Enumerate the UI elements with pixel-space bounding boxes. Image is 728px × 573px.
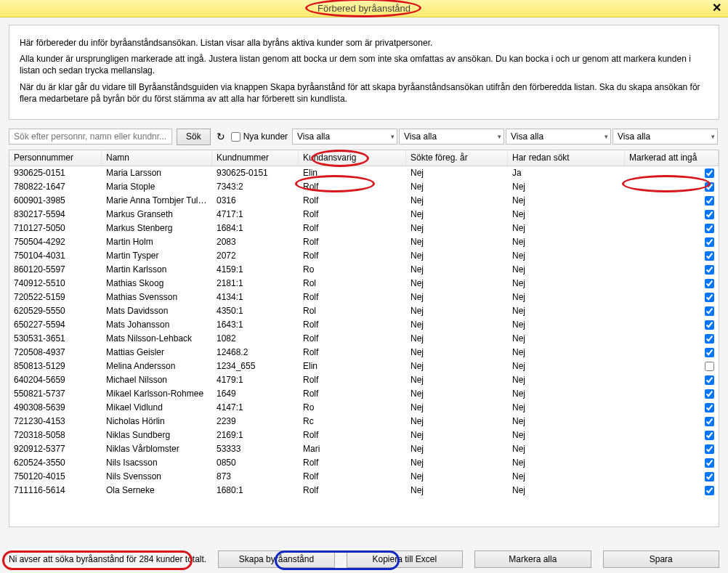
row-checkbox[interactable]	[705, 224, 714, 233]
table-row[interactable]: 920912-5377Niklas Vårblomster53333MariNe…	[9, 442, 719, 456]
cell-namn: Mikael Karlsson-Rohmee	[102, 387, 212, 401]
cell-personnummer: 750104-4031	[9, 249, 102, 263]
cell-personnummer: 850813-5129	[9, 359, 102, 373]
col-header-kundnummer[interactable]: Kundnummer	[212, 150, 299, 166]
filter-dropdown-4[interactable]: Visa alla ▾	[612, 129, 718, 145]
cell-namn: Mats Johansson	[102, 318, 212, 332]
row-checkbox[interactable]	[705, 210, 714, 219]
row-checkbox[interactable]	[705, 182, 714, 192]
new-customers-checkbox-input[interactable]	[231, 132, 240, 142]
row-checkbox[interactable]	[705, 458, 714, 468]
row-checkbox[interactable]	[705, 334, 714, 344]
cell-sokte: Nej	[406, 235, 508, 249]
table-row[interactable]: 620524-3550Nils Isacsson0850RolfNejNej	[9, 456, 719, 470]
grid-header: Personnummer Namn Kundnummer Kundansvari…	[9, 150, 719, 166]
col-header-kundansvarig[interactable]: Kundansvarig	[299, 150, 406, 166]
filter-dropdown-2[interactable]: Visa alla ▾	[399, 129, 504, 145]
table-row[interactable]: 550821-5737Mikael Karlsson-Rohmee1649Rol…	[9, 387, 719, 401]
row-checkbox[interactable]	[705, 375, 714, 385]
cell-sokte: Nej	[406, 332, 508, 346]
refresh-icon[interactable]: ↻	[215, 131, 227, 142]
cell-namn: Mikael Vidlund	[102, 401, 212, 415]
filter-dropdown-1[interactable]: Visa alla ▾	[292, 129, 397, 145]
table-row[interactable]: 650227-5594Mats Johansson1643:1RolfNejNe…	[9, 318, 719, 332]
row-checkbox[interactable]	[705, 403, 714, 413]
cell-har-redan: Nej	[508, 387, 625, 401]
table-row[interactable]: 711116-5614Ola Serneke1680:1RolfNejNej	[9, 484, 719, 497]
table-row[interactable]: 640204-5659Michael Nilsson4179:1RolfNejN…	[9, 373, 719, 387]
table-row[interactable]: 720318-5058Niklas Sundberg2169:1RolfNejN…	[9, 428, 719, 442]
cell-kundansvarig: Elin	[299, 166, 406, 180]
row-checkbox[interactable]	[705, 417, 714, 426]
cell-kundnummer: 2083	[212, 235, 299, 249]
row-checkbox[interactable]	[705, 431, 714, 440]
row-checkbox[interactable]	[705, 348, 714, 357]
select-all-button[interactable]: Markera alla	[474, 550, 591, 568]
grid-body[interactable]: 930625-0151Maria Larsson930625-0151ElinN…	[9, 166, 719, 527]
table-row[interactable]: 720508-4937Mattias Geisler12468.2RolfNej…	[9, 346, 719, 359]
intro-p2: Alla kunder är ursprungligen markerade a…	[20, 53, 708, 76]
copy-excel-button[interactable]: Kopiera till Excel	[347, 550, 463, 568]
col-header-markerad[interactable]: Markerad att ingå	[625, 150, 719, 166]
cell-namn: Ola Serneke	[102, 484, 212, 497]
cell-har-redan: Nej	[508, 249, 625, 263]
cell-namn: Niklas Sundberg	[102, 428, 212, 442]
cell-namn: Mats Nilsson-Lehback	[102, 332, 212, 346]
row-checkbox[interactable]	[705, 237, 714, 247]
search-button[interactable]: Sök	[177, 129, 211, 145]
table-row[interactable]: 710127-5050Markus Stenberg1684:1RolfNejN…	[9, 222, 719, 235]
cell-namn: Markus Stenberg	[102, 222, 212, 235]
table-row[interactable]: 750120-4015Nils Svensson873RolfNejNej	[9, 470, 719, 484]
cell-har-redan: Nej	[508, 180, 625, 194]
cell-har-redan: Nej	[508, 304, 625, 318]
cell-kundansvarig: Rolf	[299, 387, 406, 401]
row-checkbox[interactable]	[705, 320, 714, 330]
table-row[interactable]: 530531-3651Mats Nilsson-Lehback1082RolfN…	[9, 332, 719, 346]
cell-kundansvarig: Rolf	[299, 456, 406, 470]
col-header-har-redan[interactable]: Har redan sökt	[508, 150, 625, 166]
search-input[interactable]	[9, 129, 172, 145]
row-checkbox[interactable]	[705, 265, 714, 275]
row-checkbox[interactable]	[705, 279, 714, 288]
table-row[interactable]: 860120-5597Martin Karlsson4159:1RoNejNej	[9, 263, 719, 277]
col-header-sokte[interactable]: Sökte föreg. år	[406, 150, 508, 166]
table-row[interactable]: 721230-4153Nicholas Hörlin2239RcNejNej	[9, 415, 719, 428]
row-checkbox[interactable]	[705, 362, 714, 371]
table-row[interactable]: 930625-0151Maria Larsson930625-0151ElinN…	[9, 166, 719, 180]
cell-kundansvarig: Rolf	[299, 194, 406, 208]
row-checkbox[interactable]	[705, 472, 714, 481]
save-button[interactable]: Spara	[603, 550, 719, 568]
row-checkbox[interactable]	[705, 389, 714, 399]
close-icon[interactable]: ✕	[709, 1, 724, 16]
cell-namn: Melina Andersson	[102, 359, 212, 373]
cell-har-redan: Nej	[508, 470, 625, 484]
create-button[interactable]: Skapa byråanstånd	[218, 550, 334, 568]
table-row[interactable]: 740912-5510Mathias Skoog2181:1RolNejNej	[9, 277, 719, 290]
row-checkbox[interactable]	[705, 444, 714, 454]
col-header-personnummer[interactable]: Personnummer	[9, 150, 102, 166]
table-row[interactable]: 750504-4292Martin Holm2083RolfNejNej	[9, 235, 719, 249]
row-checkbox[interactable]	[705, 168, 714, 178]
cell-markerad	[625, 222, 719, 235]
table-row[interactable]: 780822-1647Maria Stople7343:2RolfNejNej	[9, 180, 719, 194]
row-checkbox[interactable]	[705, 486, 714, 495]
cell-kundansvarig: Rol	[299, 304, 406, 318]
col-header-namn[interactable]: Namn	[102, 150, 212, 166]
row-checkbox[interactable]	[705, 196, 714, 206]
table-row[interactable]: 830217-5594Markus Granseth4717:1RolfNejN…	[9, 208, 719, 222]
row-checkbox[interactable]	[705, 251, 714, 261]
table-row[interactable]: 750104-4031Martin Tysper2072RolfNejNej	[9, 249, 719, 263]
table-row[interactable]: 720522-5159Mathias Svensson4134:1RolfNej…	[9, 290, 719, 304]
filter-1-label: Visa alla	[297, 131, 330, 142]
row-checkbox[interactable]	[705, 306, 714, 316]
cell-sokte: Nej	[406, 290, 508, 304]
filter-dropdown-3[interactable]: Visa alla ▾	[506, 129, 611, 145]
table-row[interactable]: 850813-5129Melina Andersson1234_655ElinN…	[9, 359, 719, 373]
table-row[interactable]: 600901-3985Marie Anna Tornbjer Tullbe031…	[9, 194, 719, 208]
table-row[interactable]: 490308-5639Mikael Vidlund4147:1RoNejNej	[9, 401, 719, 415]
cell-sokte: Nej	[406, 484, 508, 497]
cell-personnummer: 720318-5058	[9, 428, 102, 442]
table-row[interactable]: 620529-5550Mats Davidsson4350:1RolNejNej	[9, 304, 719, 318]
new-customers-checkbox[interactable]: Nya kunder	[231, 131, 288, 142]
row-checkbox[interactable]	[705, 293, 714, 302]
